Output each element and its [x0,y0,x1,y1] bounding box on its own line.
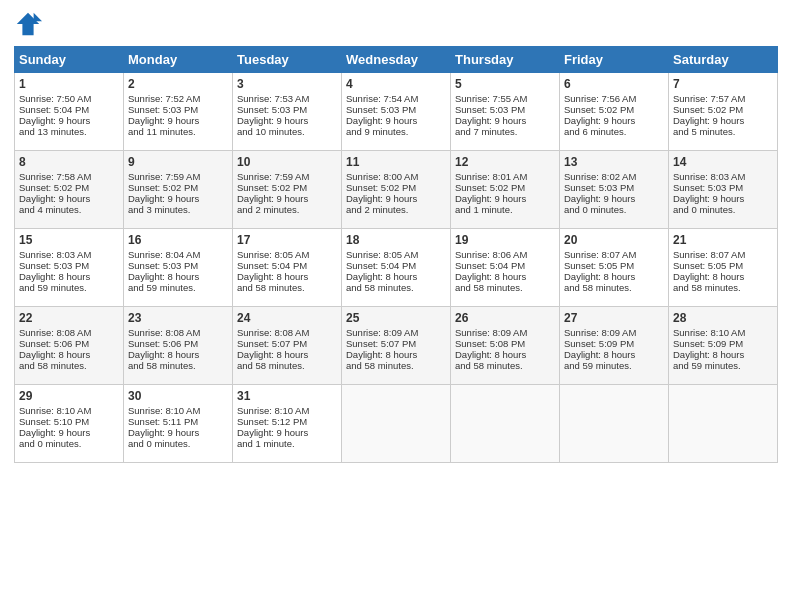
day-info-line: Sunrise: 8:09 AM [564,327,664,338]
day-info-line: and 59 minutes. [673,360,773,371]
day-info-line: Sunrise: 8:08 AM [128,327,228,338]
calendar-cell: 27Sunrise: 8:09 AMSunset: 5:09 PMDayligh… [560,307,669,385]
day-info-line: and 9 minutes. [346,126,446,137]
day-info-line: Daylight: 9 hours [19,193,119,204]
day-info-line: and 58 minutes. [346,360,446,371]
day-info-line: Sunrise: 7:57 AM [673,93,773,104]
calendar-cell: 9Sunrise: 7:59 AMSunset: 5:02 PMDaylight… [124,151,233,229]
day-info-line: and 0 minutes. [19,438,119,449]
day-info-line: Sunrise: 8:00 AM [346,171,446,182]
calendar-cell: 17Sunrise: 8:05 AMSunset: 5:04 PMDayligh… [233,229,342,307]
day-info-line: Sunset: 5:06 PM [19,338,119,349]
calendar-table: SundayMondayTuesdayWednesdayThursdayFrid… [14,46,778,463]
calendar-cell: 15Sunrise: 8:03 AMSunset: 5:03 PMDayligh… [15,229,124,307]
day-info-line: Sunset: 5:06 PM [128,338,228,349]
day-info-line: Daylight: 9 hours [564,115,664,126]
day-info-line: and 58 minutes. [237,282,337,293]
calendar-cell: 12Sunrise: 8:01 AMSunset: 5:02 PMDayligh… [451,151,560,229]
day-info-line: Sunrise: 8:04 AM [128,249,228,260]
day-info-line: and 59 minutes. [19,282,119,293]
day-info-line: Sunrise: 8:10 AM [237,405,337,416]
header [14,10,778,38]
day-info-line: and 58 minutes. [19,360,119,371]
day-info-line: Sunrise: 8:09 AM [346,327,446,338]
day-info-line: Daylight: 8 hours [128,271,228,282]
day-info-line: Sunrise: 7:53 AM [237,93,337,104]
calendar-cell: 21Sunrise: 8:07 AMSunset: 5:05 PMDayligh… [669,229,778,307]
day-info-line: Sunset: 5:07 PM [346,338,446,349]
day-info-line: and 1 minute. [455,204,555,215]
calendar-cell: 22Sunrise: 8:08 AMSunset: 5:06 PMDayligh… [15,307,124,385]
day-info-line: Sunset: 5:03 PM [564,182,664,193]
day-number: 14 [673,155,773,169]
calendar-cell: 16Sunrise: 8:04 AMSunset: 5:03 PMDayligh… [124,229,233,307]
day-info-line: and 58 minutes. [455,282,555,293]
day-info-line: Sunrise: 8:08 AM [237,327,337,338]
calendar-cell: 1Sunrise: 7:50 AMSunset: 5:04 PMDaylight… [15,73,124,151]
day-info-line: and 58 minutes. [455,360,555,371]
day-info-line: and 2 minutes. [346,204,446,215]
day-info-line: Daylight: 8 hours [455,349,555,360]
week-row-4: 29Sunrise: 8:10 AMSunset: 5:10 PMDayligh… [15,385,778,463]
day-info-line: Sunrise: 8:08 AM [19,327,119,338]
page-container: SundayMondayTuesdayWednesdayThursdayFrid… [0,0,792,469]
header-saturday: Saturday [669,47,778,73]
day-info-line: Daylight: 9 hours [237,115,337,126]
calendar-cell: 14Sunrise: 8:03 AMSunset: 5:03 PMDayligh… [669,151,778,229]
day-info-line: Sunrise: 8:10 AM [128,405,228,416]
week-row-3: 22Sunrise: 8:08 AMSunset: 5:06 PMDayligh… [15,307,778,385]
day-info-line: Daylight: 9 hours [346,115,446,126]
day-info-line: Sunrise: 8:01 AM [455,171,555,182]
calendar-cell: 8Sunrise: 7:58 AMSunset: 5:02 PMDaylight… [15,151,124,229]
day-info-line: Sunset: 5:03 PM [237,104,337,115]
calendar-cell: 7Sunrise: 7:57 AMSunset: 5:02 PMDaylight… [669,73,778,151]
day-info-line: and 6 minutes. [564,126,664,137]
calendar-cell: 29Sunrise: 8:10 AMSunset: 5:10 PMDayligh… [15,385,124,463]
day-info-line: and 5 minutes. [673,126,773,137]
calendar-cell: 23Sunrise: 8:08 AMSunset: 5:06 PMDayligh… [124,307,233,385]
calendar-cell: 10Sunrise: 7:59 AMSunset: 5:02 PMDayligh… [233,151,342,229]
day-info-line: Daylight: 9 hours [237,427,337,438]
day-number: 6 [564,77,664,91]
calendar-cell [560,385,669,463]
day-number: 10 [237,155,337,169]
day-info-line: Daylight: 9 hours [673,115,773,126]
calendar-header: SundayMondayTuesdayWednesdayThursdayFrid… [15,47,778,73]
day-info-line: Sunset: 5:09 PM [673,338,773,349]
day-info-line: Daylight: 9 hours [346,193,446,204]
header-row: SundayMondayTuesdayWednesdayThursdayFrid… [15,47,778,73]
day-info-line: Sunrise: 7:50 AM [19,93,119,104]
day-info-line: Sunset: 5:03 PM [19,260,119,271]
day-info-line: Sunrise: 8:02 AM [564,171,664,182]
calendar-cell: 18Sunrise: 8:05 AMSunset: 5:04 PMDayligh… [342,229,451,307]
day-info-line: Sunrise: 8:07 AM [673,249,773,260]
day-number: 11 [346,155,446,169]
day-info-line: Sunrise: 8:06 AM [455,249,555,260]
day-info-line: Sunrise: 8:09 AM [455,327,555,338]
day-info-line: Sunrise: 8:10 AM [673,327,773,338]
day-info-line: Daylight: 9 hours [128,427,228,438]
day-info-line: Sunset: 5:04 PM [455,260,555,271]
calendar-cell: 31Sunrise: 8:10 AMSunset: 5:12 PMDayligh… [233,385,342,463]
calendar-cell: 20Sunrise: 8:07 AMSunset: 5:05 PMDayligh… [560,229,669,307]
day-info-line: and 58 minutes. [673,282,773,293]
day-info-line: Sunrise: 7:58 AM [19,171,119,182]
day-number: 16 [128,233,228,247]
day-info-line: Daylight: 8 hours [346,349,446,360]
day-info-line: Sunset: 5:12 PM [237,416,337,427]
day-info-line: Sunset: 5:03 PM [673,182,773,193]
logo-icon [14,10,42,38]
calendar-cell: 2Sunrise: 7:52 AMSunset: 5:03 PMDaylight… [124,73,233,151]
day-info-line: Daylight: 9 hours [673,193,773,204]
header-friday: Friday [560,47,669,73]
day-info-line: Sunrise: 8:05 AM [237,249,337,260]
day-number: 18 [346,233,446,247]
day-number: 26 [455,311,555,325]
calendar-cell: 26Sunrise: 8:09 AMSunset: 5:08 PMDayligh… [451,307,560,385]
day-info-line: Sunrise: 8:07 AM [564,249,664,260]
day-number: 25 [346,311,446,325]
calendar-cell [451,385,560,463]
day-info-line: Daylight: 8 hours [128,349,228,360]
day-info-line: and 4 minutes. [19,204,119,215]
day-number: 8 [19,155,119,169]
